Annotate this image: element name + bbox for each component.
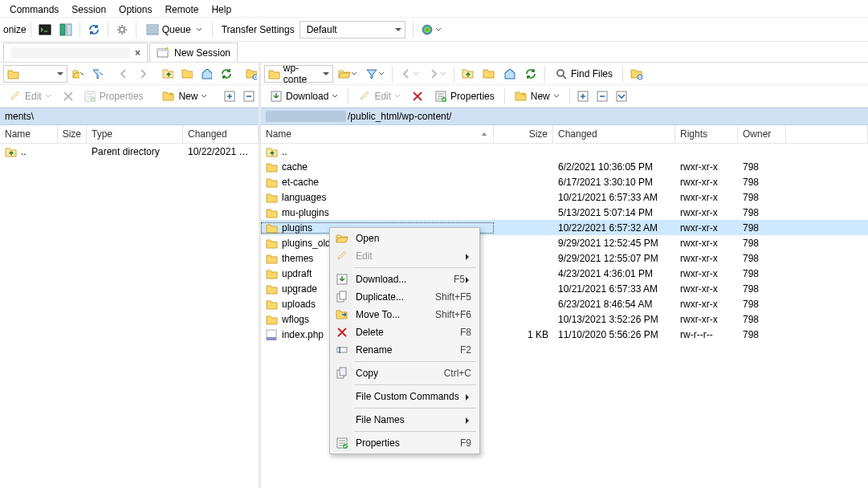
local-link-icon[interactable] xyxy=(242,65,260,83)
remote-properties-button[interactable]: Properties xyxy=(429,87,500,105)
local-delete-disabled[interactable] xyxy=(59,87,76,105)
ctx-open[interactable]: Open xyxy=(332,230,478,247)
list-item[interactable]: languages10/21/2021 6:57:33 AMrwxr-xr-x7… xyxy=(261,189,868,205)
local-parent-icon[interactable] xyxy=(159,65,177,83)
local-plus-icon[interactable] xyxy=(221,87,238,105)
session-tabs: × New Session xyxy=(0,42,868,63)
menu-help[interactable]: Help xyxy=(206,2,236,14)
ctx-duplicate[interactable]: Duplicate...Shift+F5 xyxy=(332,288,478,306)
ctx-delete[interactable]: DeleteF8 xyxy=(332,323,478,341)
menu-remote[interactable]: Remote xyxy=(160,2,203,14)
remote-fwd-icon[interactable] xyxy=(424,65,450,83)
local-new-button[interactable]: New xyxy=(157,87,213,105)
transfer-settings-value[interactable] xyxy=(305,23,390,36)
list-item[interactable]: et-cache6/17/2021 3:30:10 PMrwxr-xr-x798 xyxy=(261,174,868,189)
remote-refresh-icon[interactable] xyxy=(521,65,540,83)
queue-label: Queue xyxy=(162,24,191,35)
col-changed[interactable]: Changed xyxy=(553,125,675,143)
col-name[interactable]: Name xyxy=(261,125,494,143)
remote-plus-icon[interactable] xyxy=(574,87,592,105)
col-size[interactable]: Size xyxy=(494,125,553,143)
remote-back-icon[interactable] xyxy=(397,65,422,83)
col-owner[interactable]: Owner xyxy=(738,125,786,143)
ctx-file-names[interactable]: File Names xyxy=(332,411,478,429)
ctx-move-to[interactable]: Move To...Shift+F6 xyxy=(332,306,478,323)
menu-session[interactable]: Session xyxy=(67,2,111,14)
compare-icon[interactable] xyxy=(56,21,75,39)
sync-browse-icon[interactable] xyxy=(84,21,104,39)
local-home-icon[interactable] xyxy=(198,65,215,83)
transfer-settings-combo[interactable] xyxy=(300,21,405,39)
remote-home-icon[interactable] xyxy=(500,65,520,83)
sync-button-label-fragment[interactable]: onize xyxy=(3,24,26,35)
new-session-label: New Session xyxy=(174,47,230,59)
menu-options[interactable]: Options xyxy=(114,2,157,14)
new-session-tab[interactable]: New Session xyxy=(149,43,238,62)
ctx-rename[interactable]: RenameF2 xyxy=(332,341,478,359)
col-name[interactable]: Name xyxy=(0,125,58,143)
col-type[interactable]: Type xyxy=(87,125,183,143)
remote-edit-button[interactable]: Edit xyxy=(352,87,406,105)
svg-rect-23 xyxy=(147,33,158,35)
local-minus-icon[interactable] xyxy=(240,87,258,105)
col-rights[interactable]: Rights xyxy=(675,125,738,143)
svg-rect-22 xyxy=(147,29,158,31)
remote-bookmark-icon[interactable] xyxy=(335,65,361,83)
remote-path-combo[interactable]: wp-conte xyxy=(264,65,333,83)
main-toolbar: onize Queue Transfer Settings xyxy=(0,18,868,42)
gear-icon[interactable] xyxy=(112,21,132,39)
remote-path-bar: /public_html/wp-content/ xyxy=(261,108,868,125)
local-file-list[interactable]: ..Parent directory10/22/2021 10:28 xyxy=(0,144,259,488)
remote-delete-button[interactable] xyxy=(408,87,427,105)
close-icon[interactable]: × xyxy=(135,47,141,59)
menu-commands[interactable]: Commands xyxy=(5,2,63,14)
file-icon xyxy=(266,238,279,249)
remote-root-icon[interactable] xyxy=(479,65,499,83)
ctx-custom-commands[interactable]: File Custom Commands xyxy=(332,388,478,405)
file-icon xyxy=(266,222,279,234)
col-changed[interactable]: Changed xyxy=(183,125,259,143)
file-icon xyxy=(266,314,279,325)
chevron-down-icon xyxy=(196,26,202,33)
col-size[interactable]: Size xyxy=(58,125,87,143)
local-edit-button[interactable]: Edit xyxy=(3,87,57,105)
new-session-icon xyxy=(157,47,169,59)
local-path-combo[interactable] xyxy=(3,65,67,83)
file-icon xyxy=(266,253,279,264)
remote-host-blurred xyxy=(266,111,346,122)
remote-link-icon[interactable] xyxy=(627,65,646,83)
local-fwd-icon[interactable] xyxy=(133,65,151,83)
remote-filter-icon[interactable] xyxy=(362,65,388,83)
remote-minus-icon[interactable] xyxy=(593,87,611,105)
list-item[interactable]: cache6/2/2021 10:36:05 PMrwxr-xr-x798 xyxy=(261,159,868,174)
remote-parent-icon[interactable] xyxy=(458,65,478,83)
menubar: Commands Session Options Remote Help xyxy=(0,0,868,18)
local-back-icon[interactable] xyxy=(114,65,132,83)
local-root-icon[interactable] xyxy=(178,65,196,83)
file-icon xyxy=(5,146,18,157)
svg-rect-24 xyxy=(617,92,626,101)
local-bookmark-icon[interactable] xyxy=(69,65,87,83)
remote-nav: wp-conte Find Files xyxy=(261,63,868,85)
download-button[interactable]: Download xyxy=(264,87,344,105)
ctx-properties[interactable]: PropertiesF9 xyxy=(332,434,478,452)
context-menu: Open Edit Download...F5 Duplicate...Shif… xyxy=(329,227,480,454)
terminal-icon[interactable] xyxy=(35,21,55,39)
list-item[interactable]: .. xyxy=(261,144,868,159)
queue-button[interactable]: Queue xyxy=(141,21,208,39)
list-item[interactable]: mu-plugins5/13/2021 5:07:14 PMrwxr-xr-x7… xyxy=(261,205,868,220)
color-icon[interactable] xyxy=(418,21,445,39)
local-path-bar: ments\ xyxy=(0,108,259,125)
list-item[interactable]: ..Parent directory10/22/2021 10:28 xyxy=(0,144,259,159)
session-tab-active[interactable]: × xyxy=(3,43,148,62)
transfer-settings-label: Transfer Settings xyxy=(222,24,295,35)
find-files-button[interactable]: Find Files xyxy=(549,65,618,83)
local-actions: Edit Properties New xyxy=(0,85,259,108)
ctx-copy[interactable]: CopyCtrl+C xyxy=(332,364,478,382)
local-refresh-icon[interactable] xyxy=(217,65,234,83)
local-properties-button[interactable]: Properties xyxy=(78,87,149,105)
local-filter-icon[interactable] xyxy=(88,65,106,83)
ctx-download[interactable]: Download...F5 xyxy=(332,270,478,288)
remote-collapse-icon[interactable] xyxy=(613,87,630,105)
remote-new-button[interactable]: New xyxy=(509,87,565,105)
